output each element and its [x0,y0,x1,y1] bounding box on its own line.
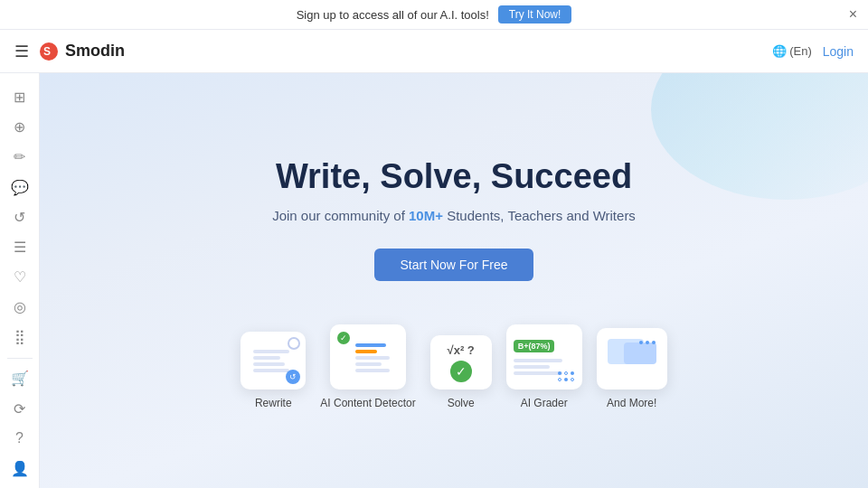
dot4 [558,378,561,381]
menu-toggle-icon[interactable]: ☰ [14,42,29,61]
line4 [253,369,289,372]
rewrite-card-visual: ↺ [241,332,306,389]
more-dot3 [652,341,656,344]
language-button[interactable]: 🌐 (En) [772,44,812,58]
sidebar-item-refresh[interactable]: ⟳ [4,396,36,422]
main-layout: ⊞ ⊕ ✏ 💬 ↺ ☰ ♡ ◎ ⣿ 🛒 ⟳ ? 👤 Write, Solve, … [0,73,868,488]
det-line4 [355,362,382,366]
more-inner-cards [604,335,660,382]
det-line5 [355,369,390,372]
dot6 [571,378,574,381]
rewrite-refresh-icon: ↺ [286,370,300,384]
rewrite-lines [248,350,298,372]
banner-close-button[interactable]: × [849,7,857,22]
grader-score-badge: B+(87%) [514,340,555,352]
det-line2 [355,350,377,353]
sidebar-item-user[interactable]: 👤 [4,455,36,482]
dot2 [564,371,568,375]
hero-subtitle-accent: 10M+ [409,208,443,223]
g-line2 [514,365,551,369]
feature-ai-detector: ✓ AI Content Detector [320,324,415,409]
grader-card-visual: B+(87%) [506,324,582,389]
more-label: And More! [607,397,656,409]
solve-card-visual: √x² ? ✓ [430,335,492,389]
g-line1 [514,359,562,362]
line1 [253,350,289,353]
dot1 [558,371,561,375]
det-line1 [355,343,386,347]
dot5 [564,378,568,381]
g-line3 [514,371,562,375]
sidebar: ⊞ ⊕ ✏ 💬 ↺ ☰ ♡ ◎ ⣿ 🛒 ⟳ ? 👤 [0,73,40,488]
sidebar-item-rewrite[interactable]: ↺ [4,204,36,230]
line2 [253,356,280,360]
sidebar-item-search[interactable]: ⊕ [4,114,36,140]
more-card-visual [597,328,667,389]
svg-text:S: S [43,45,51,58]
hero-subtitle-prefix: Join our community of [272,208,409,223]
solve-check-icon: ✓ [450,361,472,382]
header-right: 🌐 (En) Login [772,44,854,59]
more-dot2 [646,341,649,344]
sidebar-divider [7,358,33,359]
sidebar-item-edit[interactable]: ✏ [4,144,36,170]
hero-subtitle-suffix: Students, Teachers and Writers [443,208,636,223]
sidebar-item-list[interactable]: ☰ [4,234,36,260]
detector-label: AI Content Detector [320,397,415,409]
solve-label: Solve [448,397,475,409]
top-banner: Sign up to access all of our A.I. tools!… [0,0,868,30]
feature-rewrite: ↺ Rewrite [241,332,306,409]
detector-lines [337,343,399,372]
more-mini-card2 [624,343,656,364]
hero-subtitle: Join our community of 10M+ Students, Tea… [272,208,636,223]
hero-title: Write, Solve, Succeed [276,156,632,198]
dot3 [571,371,574,375]
more-dot1 [639,341,643,344]
det-line3 [355,356,390,360]
more-dots [639,341,656,344]
header: ☰ S Smodin 🌐 (En) Login [0,30,868,73]
sidebar-item-grid[interactable]: ⣿ [4,324,36,350]
banner-text: Sign up to access all of our A.I. tools! [297,8,489,22]
sidebar-item-favorites[interactable]: ♡ [4,264,36,290]
hero-title-part2: Succeed [491,157,632,195]
rewrite-label: Rewrite [255,397,292,409]
main-content: Write, Solve, Succeed Join our community… [40,73,868,488]
line3 [253,362,285,366]
hero-title-part1: Write, Solve, [276,157,481,195]
detector-check-icon: ✓ [337,332,350,344]
feature-ai-grader: B+(87%) AI Grader [506,324,582,409]
sidebar-item-help[interactable]: ? [4,426,36,452]
logo-area: S Smodin [38,41,772,62]
login-button[interactable]: Login [823,44,854,59]
solve-math-text: √x² ? [448,343,475,357]
feature-cards: ↺ Rewrite ✓ AI Content Dete [241,324,666,409]
rewrite-clock-icon [288,337,300,350]
sidebar-item-chat[interactable]: 💬 [4,174,36,201]
sidebar-item-cart[interactable]: 🛒 [4,365,36,391]
detector-card-visual: ✓ [330,324,406,389]
sidebar-item-home[interactable]: ⊞ [4,84,36,110]
start-now-button[interactable]: Start Now For Free [374,249,533,281]
grader-label: AI Grader [521,397,568,409]
feature-and-more: And More! [597,328,667,409]
sidebar-item-globe[interactable]: ◎ [4,294,36,320]
grader-dots [558,371,575,382]
logo-text[interactable]: Smodin [65,42,125,61]
smodin-logo-icon: S [38,41,60,62]
feature-solve: √x² ? ✓ Solve [430,335,492,409]
try-now-button[interactable]: Try It Now! [498,5,572,23]
